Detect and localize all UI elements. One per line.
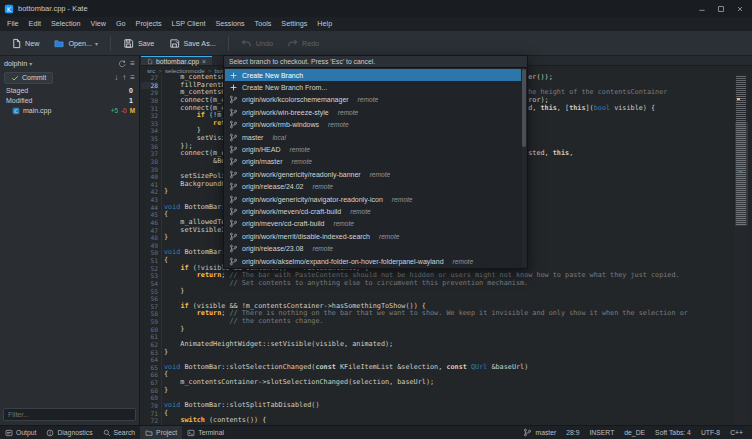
line-number: 29 xyxy=(141,89,158,97)
git-log-icon[interactable]: ≡ xyxy=(130,74,135,82)
branch-item-origin-work-genericity-navigator-readonly-icon[interactable]: origin/work/genericity/navigator-readonl… xyxy=(225,193,521,205)
tab-close-icon[interactable]: × xyxy=(202,58,206,65)
redo-button-label: Redo xyxy=(302,39,319,48)
line-number: 72 xyxy=(141,417,158,425)
minimize-button[interactable] xyxy=(693,2,710,15)
code-line: // Set contents to anything else to circ… xyxy=(164,280,735,288)
branch-item-origin-work-rmb-windows[interactable]: origin/work/rmb-windowsremote xyxy=(225,119,521,131)
line-number: 46 xyxy=(141,219,158,227)
menu-view[interactable]: View xyxy=(86,17,111,31)
branch-item-label: origin/work/genericity/navigator-readonl… xyxy=(242,196,383,203)
save-button[interactable]: Save xyxy=(117,35,160,51)
branch-item-scope: remote xyxy=(313,183,334,190)
statusbar-toggle-terminal[interactable]: Terminal xyxy=(182,426,229,439)
statusbar-cursor-position[interactable]: 28:9 xyxy=(561,426,584,439)
statusbar-toggle-project[interactable]: Project xyxy=(140,426,182,439)
statusbar-toggle-label: Diagnostics xyxy=(57,429,92,436)
modified-file-row[interactable]: C main.cpp +5 -0 M xyxy=(0,105,139,116)
branch-icon xyxy=(229,145,238,154)
branch-item-origin-release-23-08[interactable]: origin/release/23.08remote xyxy=(225,242,521,254)
open-dropdown-caret-icon: ▾ xyxy=(95,40,98,47)
modified-row[interactable]: Modified 1 xyxy=(0,95,139,105)
menu-file[interactable]: File xyxy=(2,17,24,31)
maximize-button[interactable] xyxy=(712,2,729,15)
branch-item-master[interactable]: masterlocal xyxy=(225,131,521,143)
menu-sessions[interactable]: Sessions xyxy=(210,17,249,31)
svg-text:K: K xyxy=(7,5,12,13)
branch-item-label: origin/work/win-breeze-style xyxy=(242,109,329,116)
line-number: 35 xyxy=(141,135,158,143)
project-icon xyxy=(145,429,153,437)
branch-item-create-new-branch-from[interactable]: Create New Branch From... xyxy=(225,81,521,93)
save-button-label: Save xyxy=(138,39,154,48)
statusbar-git-branch[interactable]: master xyxy=(518,426,561,439)
statusbar-input-mode[interactable]: INSERT xyxy=(584,426,619,439)
branch-item-origin-work-kcolorschememanager[interactable]: origin/work/kcolorschememanagerremote xyxy=(225,94,521,106)
branch-item-origin-master[interactable]: origin/masterremote xyxy=(225,156,521,168)
branch-item-origin-release-24-02[interactable]: origin/release/24.02remote xyxy=(225,181,521,193)
git-push-icon[interactable]: ↑ xyxy=(122,74,126,82)
project-panel: dolphin ▾ ≡ Commit ↓ ↑ ≡ Staged 0 Mod xyxy=(0,56,140,425)
menu-settings[interactable]: Settings xyxy=(276,17,312,31)
branch-item-origin-head[interactable]: origin/HEADremote xyxy=(225,143,521,155)
branch-icon xyxy=(229,219,238,228)
menu-help[interactable]: Help xyxy=(312,17,337,31)
commit-button[interactable]: Commit xyxy=(4,72,53,84)
staged-row[interactable]: Staged 0 xyxy=(0,85,139,95)
new-button[interactable]: New xyxy=(4,35,45,51)
open-button[interactable]: Open... ▾ xyxy=(47,35,104,51)
line-number: 27 xyxy=(141,74,158,82)
git-pull-icon[interactable]: ↓ xyxy=(114,74,118,82)
breadcrumb-separator-icon: > xyxy=(158,67,162,74)
close-button[interactable] xyxy=(731,2,748,15)
branch-item-origin-work-win-breeze-style[interactable]: origin/work/win-breeze-styleremote xyxy=(225,106,521,118)
branch-icon xyxy=(229,195,238,204)
statusbar-toggle-diagnostics[interactable]: Diagnostics xyxy=(41,426,97,439)
menu-projects[interactable]: Projects xyxy=(131,17,167,31)
breadcrumb-item-src[interactable]: src xyxy=(147,67,155,74)
statusbar-encoding[interactable]: UTF-8 xyxy=(696,426,725,439)
line-number: 53 xyxy=(141,272,158,280)
lines-removed: -0 xyxy=(121,107,127,114)
branch-item-scope: remote xyxy=(392,196,413,203)
popup-scrollbar[interactable] xyxy=(522,69,526,267)
line-number: 56 xyxy=(141,295,158,303)
branch-checkout-popup: Select branch to checkout. Press 'Esc' t… xyxy=(223,55,528,269)
panel-menu-icon[interactable]: ≡ xyxy=(130,60,135,68)
menu-tools[interactable]: Tools xyxy=(250,17,277,31)
statusbar-toggle-output[interactable]: Output xyxy=(0,426,41,439)
line-number: 57 xyxy=(141,303,158,311)
line-number: 65 xyxy=(141,364,158,372)
tab-bottombar-cpp[interactable]: bottombar.cpp × xyxy=(141,56,212,65)
statusbar-syntax-mode[interactable]: C++ xyxy=(725,426,748,439)
save-as-button[interactable]: Save As... xyxy=(162,35,221,51)
line-number: 51 xyxy=(141,257,158,265)
branch-item-origin-work-genericity-readonly-banner[interactable]: origin/work/genericity/readonly-bannerre… xyxy=(225,168,521,180)
minimap-mark-blue xyxy=(739,170,742,172)
line-number: 66 xyxy=(141,371,158,379)
branch-item-origin-work-akselmo-expand-folder-on-hover-folderpanel-wayland[interactable]: origin/work/akselmo/expand-folder-on-hov… xyxy=(225,255,521,267)
menu-edit[interactable]: Edit xyxy=(24,17,46,31)
staged-count: 0 xyxy=(129,87,133,94)
branch-item-origin-meven-cd-craft-build[interactable]: origin/meven/cd-craft-buildremote xyxy=(225,218,521,230)
menu-lsp-client[interactable]: LSP Client xyxy=(167,17,211,31)
branch-item-origin-work-merrit-disable-indexed-search[interactable]: origin/work/merrit/disable-indexed-searc… xyxy=(225,230,521,242)
branch-item-origin-work-meven-cd-craft-build[interactable]: origin/work/meven/cd-craft-buildremote xyxy=(225,205,521,217)
branch-item-label: origin/work/merrit/disable-indexed-searc… xyxy=(242,233,370,240)
popup-scrollbar-handle[interactable] xyxy=(522,69,526,147)
statusbar-toggle-search[interactable]: Search xyxy=(98,426,141,439)
statusbar-dictionary[interactable]: de_DE xyxy=(619,426,650,439)
redo-button[interactable]: Redo xyxy=(281,35,325,51)
branch-item-scope: remote xyxy=(453,258,474,265)
menu-selection[interactable]: Selection xyxy=(46,17,86,31)
menu-go[interactable]: Go xyxy=(111,17,131,31)
branch-item-create-new-branch[interactable]: Create New Branch xyxy=(225,69,521,81)
undo-button[interactable]: Undo xyxy=(235,35,279,51)
minimap-visible-region[interactable] xyxy=(735,122,748,226)
minimap[interactable] xyxy=(735,74,748,425)
filter-input[interactable] xyxy=(3,408,136,421)
project-selector[interactable]: dolphin ▾ xyxy=(4,59,32,68)
breadcrumb-item-selectionmode[interactable]: selectionmode xyxy=(165,67,205,74)
refresh-icon[interactable] xyxy=(118,60,126,68)
statusbar-tab-settings[interactable]: Soft Tabs: 4 xyxy=(650,426,696,439)
